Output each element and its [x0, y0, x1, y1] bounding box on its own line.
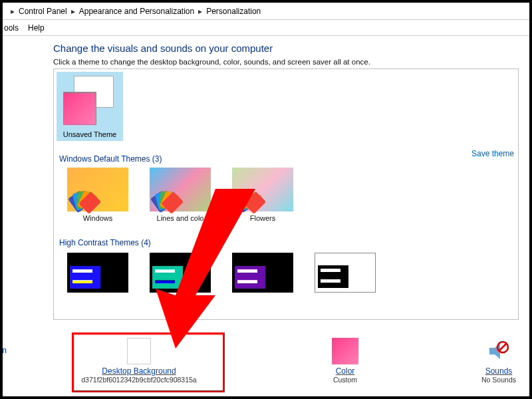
desktop-background-value: d371f2bf6012342b9cbf20cfc908315a [69, 376, 209, 384]
theme-preview [67, 253, 128, 293]
breadcrumb-control-panel[interactable]: Control Panel [19, 7, 67, 16]
desktop-background-option[interactable]: Desktop Background d371f2bf6012342b9cbf2… [69, 338, 209, 384]
bottom-options: Desktop Background d371f2bf6012342b9cbf2… [69, 334, 516, 387]
page-title: Change the visuals and sounds on your co… [53, 43, 523, 54]
theme-preview [315, 253, 376, 293]
theme-hc-white[interactable] [312, 253, 378, 295]
section-hc-themes: High Contrast Themes (4) [59, 238, 151, 247]
breadcrumb[interactable]: ▸ Control Panel ▸ Appearance and Persona… [3, 3, 529, 20]
breadcrumb-personalization[interactable]: Personalization [206, 7, 261, 16]
sidebar-link[interactable]: er [0, 360, 29, 370]
theme-preview [232, 168, 293, 211]
color-option[interactable]: Color Custom [332, 338, 358, 384]
section-default-themes: Windows Default Themes (3) [59, 154, 162, 164]
theme-flowers[interactable]: Flowers [229, 168, 296, 222]
menu-help[interactable]: Help [28, 23, 45, 33]
sounds-option[interactable]: Sounds No Sounds [481, 338, 516, 384]
theme-color-swatch [63, 92, 96, 125]
color-fan-icon [70, 186, 99, 209]
color-value: Custom [332, 376, 358, 384]
color-swatch-icon [332, 338, 358, 364]
sounds-value: No Sounds [481, 376, 516, 384]
sidebar-link[interactable]: ation [0, 346, 29, 355]
theme-label: Unsaved Theme [57, 130, 123, 138]
chevron-right-icon: ▸ [11, 7, 15, 16]
theme-label: Lines and colo [147, 214, 213, 222]
wallpaper-icon [127, 338, 151, 364]
sidebar: e ons ters ation er [3, 36, 29, 395]
theme-label: Windows [65, 214, 131, 222]
sounds-link[interactable]: Sounds [485, 366, 513, 376]
sidebar-link[interactable]: e [0, 41, 29, 51]
theme-box: Unsaved Theme Save theme Windows Default… [53, 68, 519, 320]
page-subtext: Click a theme to change the desktop back… [53, 58, 523, 66]
color-fan-icon [235, 186, 264, 209]
save-theme-link[interactable]: Save theme [471, 149, 514, 158]
chevron-right-icon: ▸ [198, 7, 202, 16]
theme-windows[interactable]: Windows [65, 168, 131, 222]
theme-hc1[interactable] [65, 253, 131, 295]
theme-preview [67, 168, 128, 211]
sidebar-link[interactable]: ons [0, 56, 29, 65]
menu-tools[interactable]: ools [4, 23, 19, 33]
theme-preview [232, 253, 293, 293]
theme-preview [150, 168, 211, 211]
theme-hc2[interactable] [147, 253, 213, 295]
theme-lines[interactable]: Lines and colo [147, 168, 213, 222]
theme-hc-black[interactable] [229, 253, 296, 295]
theme-unsaved[interactable]: Unsaved Theme [57, 72, 123, 141]
sidebar-link[interactable]: ters [0, 70, 29, 80]
breadcrumb-appearance[interactable]: Appearance and Personalization [79, 7, 194, 16]
no-sounds-icon [485, 338, 512, 364]
theme-preview [150, 253, 211, 293]
color-fan-icon [152, 186, 182, 209]
color-link[interactable]: Color [336, 366, 355, 376]
menubar: ools Help [3, 20, 529, 36]
chevron-right-icon: ▸ [71, 7, 75, 16]
theme-label: Flowers [229, 214, 296, 222]
desktop-background-link[interactable]: Desktop Background [102, 366, 176, 376]
